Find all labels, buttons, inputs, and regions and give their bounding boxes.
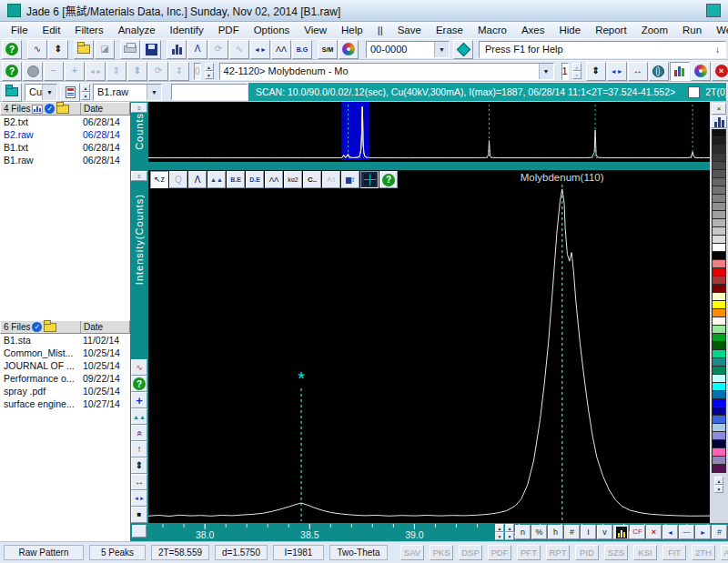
peak-profile-button[interactable]: ΛΛ [265,171,283,188]
palette-mode-button[interactable] [711,116,727,128]
color-swatch[interactable] [712,309,726,317]
expand-x-button[interactable]: ◄► [250,40,270,59]
main-chart-svg[interactable]: *Molybdenum(110) [148,170,710,523]
color-swatch[interactable] [712,178,726,186]
print-button[interactable] [120,40,140,59]
color-swatch[interactable] [712,424,726,432]
close-overview-button[interactable]: × [712,103,726,115]
collapse-pane-button[interactable]: « [131,425,147,441]
file-list-item[interactable]: B1.raw06/28/14 [0,154,130,166]
color-swatch[interactable] [712,285,726,293]
smooth-button[interactable]: ∿ [229,40,249,59]
color-swatch[interactable] [712,334,726,342]
status-toggle-2th[interactable]: 2TH [692,545,715,560]
globe-button[interactable] [649,62,669,81]
color-swatch[interactable] [712,170,726,178]
step-spinner[interactable]: ▲▼ [505,524,514,540]
height-button[interactable]: h [548,525,563,539]
status-toggle-pid[interactable]: PID [575,545,599,560]
status-toggle-pft[interactable]: PFT [517,545,541,560]
background-edit-button[interactable]: B.E [227,171,245,188]
color-swatch[interactable] [712,407,726,416]
status-toggle-ksi[interactable]: KSI [633,545,657,560]
color-swatch[interactable] [712,432,726,440]
color-swatch[interactable] [712,448,726,457]
pan-ud-button[interactable]: ⇕ [106,62,126,81]
file-list-item[interactable]: spray .pdf10/25/14 [0,385,130,397]
file-list-header[interactable]: 6 Files✓Date [0,320,130,334]
color-swatch[interactable] [712,465,726,473]
data-folder-button[interactable] [2,83,22,102]
color-swatch[interactable] [712,457,726,465]
status-toggle-szs[interactable]: SZS [604,545,628,560]
color-swatch[interactable] [712,268,726,276]
chart-help-button[interactable]: ? [379,171,398,188]
window-control-button[interactable] [706,4,721,17]
color-swatch[interactable] [712,195,726,203]
phase-combo[interactable]: 42-1120> Molybdenum - Mo▼ [219,63,554,80]
menu-options[interactable]: Options [247,24,298,36]
menu-file[interactable]: File [4,24,35,36]
color-swatch[interactable] [712,154,726,162]
scroll-down-icon[interactable]: ↓ [715,45,720,55]
menu-help[interactable]: Help [334,24,370,36]
color-swatch[interactable] [712,252,726,260]
color-swatch[interactable] [712,227,726,236]
color-swatch[interactable] [712,358,726,367]
file-list-header[interactable]: 4 Files✓Date [0,102,130,116]
color-swatch[interactable] [712,146,726,154]
file-list-item[interactable]: B1.txt06/28/14 [0,141,130,154]
file-list-item[interactable]: Common_Mist...10/25/14 [0,347,130,359]
save-button[interactable] [141,40,161,59]
offset-spinner[interactable]: ▲▼ [495,524,504,540]
status-toggle-abc[interactable]: ABC [721,545,728,560]
overlay-chart-button[interactable] [167,40,187,59]
color-scale-button[interactable] [613,525,629,539]
color-swatch[interactable] [712,416,726,424]
chevron-down-icon[interactable]: ▼ [434,42,449,57]
color-swatch[interactable] [712,129,726,137]
file-list-item[interactable]: B1.sta11/02/14 [0,334,130,347]
quick-search-field[interactable] [171,84,248,100]
page-spinner[interactable]: ▲▼ [572,63,581,79]
color-swatch[interactable] [712,293,726,301]
page-lr-button[interactable]: ◄► [131,490,147,507]
grid-toggle-button[interactable] [360,171,379,188]
color-swatch[interactable] [712,203,726,211]
help-button[interactable]: ? [2,40,22,59]
pdf-retrieve-button[interactable] [453,40,473,59]
color-swatch[interactable] [712,391,726,399]
anode-combo[interactable]: Cu▼ [25,84,57,101]
expand-range-button[interactable]: ↔ [628,62,648,81]
prev-next-phase-button[interactable]: ◄► [607,62,627,81]
stop-button[interactable] [23,62,43,81]
data-edit-button[interactable]: D.E [246,171,264,188]
analyze-bars-button[interactable] [670,62,690,81]
menu-pdf[interactable]: PDF [211,24,247,36]
bar-scale-button[interactable]: ▆↕ [341,171,359,188]
file-list-item[interactable]: B2.txt06/28/14 [0,116,130,128]
pointer-tool-button[interactable]: ↖z [150,171,168,188]
peak-cursor-button[interactable]: Λ [187,40,207,59]
color-swatch[interactable] [712,137,726,146]
main-chart[interactable]: ↖zQΛ▲▲B.ED.EΛΛkα2C..Λ↕▆↕? *Molybdenum(11… [148,170,710,523]
chevron-down-icon[interactable]: ▼ [147,85,161,100]
move-tool-button[interactable]: + [131,392,147,408]
menu-run[interactable]: Run [675,24,709,36]
zoom-in-button[interactable]: + [65,62,85,81]
color-swatch[interactable] [712,162,726,170]
counter-spinner[interactable]: ▲▼ [205,63,214,79]
color-swatch[interactable] [712,342,726,350]
menu-axes[interactable]: Axes [514,24,552,36]
d-hash-button[interactable]: # [712,525,727,539]
thumbnail-pattern-button[interactable]: ∿ [131,359,147,376]
chevron-down-icon[interactable]: ▼ [42,85,56,100]
chevron-down-icon[interactable]: ▼ [539,64,553,79]
web-pdf-button[interactable] [691,62,711,81]
file-list-item[interactable]: surface engine...10/27/14 [0,397,130,410]
menu-edit[interactable]: Edit [35,24,68,36]
menu-identify[interactable]: Identify [163,24,211,36]
pan-lr-button[interactable]: ◄► [86,62,106,81]
overview-pane-handle[interactable]: ≡ [131,103,147,113]
shift-ud-button[interactable]: ⇕ [169,62,189,81]
